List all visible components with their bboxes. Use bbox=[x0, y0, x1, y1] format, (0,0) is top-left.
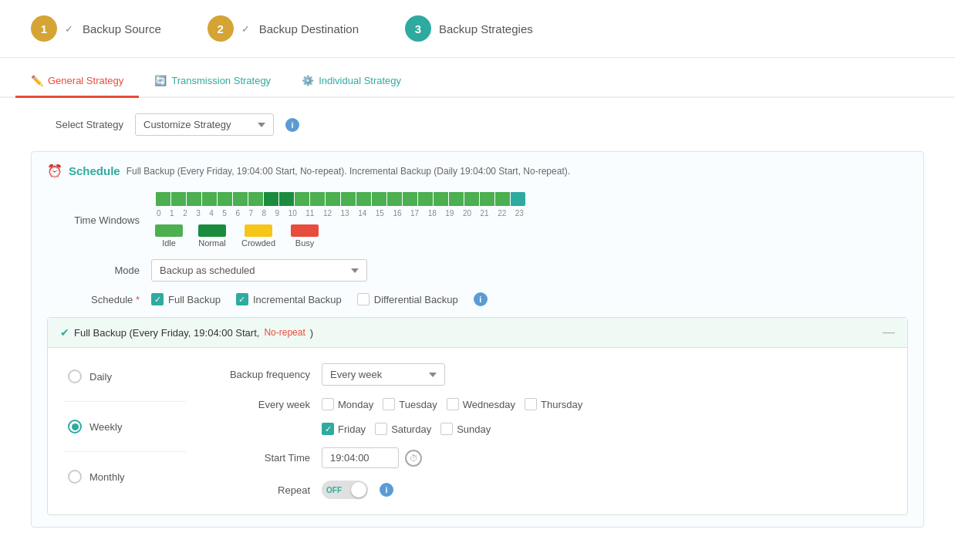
step-label-2: Backup Destination bbox=[259, 22, 359, 35]
schedule-checkboxes-row: Schedule * ✓ Full Backup ✓ Incremental B… bbox=[47, 292, 908, 306]
freq-daily[interactable]: Daily bbox=[63, 363, 187, 390]
legend-item-normal: Normal bbox=[198, 224, 226, 248]
day-checkbox-thursday[interactable] bbox=[525, 398, 537, 410]
day-monday[interactable]: Monday bbox=[322, 398, 373, 410]
check-green-icon: ✔ bbox=[60, 326, 69, 339]
every-week-label: Every week bbox=[210, 399, 310, 410]
strategy-select[interactable]: Customize Strategy Default Strategy bbox=[135, 113, 274, 136]
tabs-bar: ✏️ General Strategy 🔄 Transmission Strat… bbox=[0, 66, 955, 98]
day-checkbox-wednesday[interactable] bbox=[447, 398, 459, 410]
time-windows-row: Time Windows 012345678910111213141516171… bbox=[47, 192, 908, 248]
collapse-icon[interactable]: — bbox=[882, 326, 895, 339]
day-thursday[interactable]: Thursday bbox=[525, 398, 582, 410]
wizard-step-1[interactable]: 1 ✓ Backup Source bbox=[31, 15, 161, 42]
day-friday[interactable]: ✓Friday bbox=[322, 423, 366, 435]
tab-individual[interactable]: ⚙️ Individual Strategy bbox=[286, 66, 417, 98]
toggle-switch[interactable]: OFF bbox=[322, 481, 368, 499]
full-backup-checkbox[interactable]: ✓ bbox=[151, 293, 164, 305]
differential-backup-checkbox[interactable] bbox=[357, 293, 370, 305]
strategy-info-icon[interactable]: i bbox=[285, 118, 299, 132]
strategy-row-label: Select Strategy bbox=[31, 119, 123, 130]
mode-select[interactable]: Backup as scheduled Only backup when idl… bbox=[151, 259, 367, 282]
incremental-backup-checkbox[interactable]: ✓ bbox=[236, 293, 248, 305]
full-backup-section-body: Daily Weekly Monthly bbox=[48, 348, 907, 514]
tab-individual-label: Individual Strategy bbox=[319, 75, 401, 86]
toggle-knob bbox=[351, 482, 366, 498]
full-backup-header-left: ✔ Full Backup (Every Friday, 19:04:00 St… bbox=[60, 326, 313, 339]
tab-general-label: General Strategy bbox=[48, 75, 123, 86]
settings-panel: Backup frequency Every week Every 2 week… bbox=[194, 359, 899, 503]
step-circle-3: 3 bbox=[405, 15, 431, 42]
backup-frequency-select[interactable]: Every week Every 2 weeks Every month bbox=[322, 363, 445, 386]
no-repeat-link[interactable]: No-repeat bbox=[264, 327, 305, 338]
step-label-3: Backup Strategies bbox=[439, 22, 533, 35]
freq-weekly-label: Weekly bbox=[89, 421, 122, 433]
backup-frequency-row: Backup frequency Every week Every 2 week… bbox=[210, 363, 884, 386]
backup-frequency-label: Backup frequency bbox=[210, 369, 310, 380]
day-checkbox-saturday[interactable] bbox=[375, 423, 387, 435]
schedule-title: Schedule bbox=[69, 164, 120, 177]
strategy-row: Select Strategy Customize Strategy Defau… bbox=[31, 113, 924, 136]
wizard-step-2[interactable]: 2 ✓ Backup Destination bbox=[208, 15, 359, 42]
day-label-thursday: Thursday bbox=[541, 399, 582, 410]
legend-item-crowded: Crowded bbox=[241, 224, 275, 248]
day-wednesday[interactable]: Wednesday bbox=[447, 398, 515, 410]
time-windows-chart: 01234567891011121314151617181920212223 I… bbox=[155, 192, 525, 248]
step-label-1: Backup Source bbox=[83, 22, 161, 35]
start-time-row: Start Time ⏱ bbox=[210, 447, 884, 468]
schedule-box: ⏰ Schedule Full Backup (Every Friday, 19… bbox=[31, 151, 924, 528]
radio-weekly[interactable] bbox=[68, 420, 82, 433]
day-saturday[interactable]: Saturday bbox=[375, 423, 431, 435]
schedule-info-icon[interactable]: i bbox=[474, 292, 488, 306]
repeat-row: Repeat OFF i bbox=[210, 481, 884, 499]
start-time-input[interactable] bbox=[322, 447, 399, 468]
step-circle-2: 2 bbox=[208, 15, 234, 42]
radio-daily[interactable] bbox=[68, 369, 82, 383]
time-input-wrap: ⏱ bbox=[322, 447, 422, 468]
differential-backup-checkbox-item[interactable]: Differential Backup bbox=[357, 293, 458, 305]
repeat-info-icon[interactable]: i bbox=[380, 483, 393, 497]
every-week-row2: ✓FridaySaturdaySunday bbox=[210, 423, 884, 435]
time-windows-bar bbox=[155, 192, 525, 206]
time-windows-legend: IdleNormalCrowdedBusy bbox=[155, 224, 525, 248]
frequency-panel: Daily Weekly Monthly bbox=[56, 359, 194, 503]
schedule-header: ⏰ Schedule Full Backup (Every Friday, 19… bbox=[47, 164, 908, 178]
full-backup-label: Full Backup bbox=[168, 294, 221, 305]
full-backup-title-end: ) bbox=[310, 327, 313, 339]
day-checkbox-sunday[interactable] bbox=[440, 423, 453, 435]
day-tuesday[interactable]: Tuesday bbox=[383, 398, 437, 410]
day-checkbox-friday[interactable]: ✓ bbox=[322, 423, 334, 435]
full-backup-checkbox-item[interactable]: ✓ Full Backup bbox=[151, 293, 221, 305]
mode-row: Mode Backup as scheduled Only backup whe… bbox=[47, 259, 908, 282]
day-label-tuesday: Tuesday bbox=[399, 399, 437, 410]
main-content: Select Strategy Customize Strategy Defau… bbox=[0, 98, 955, 543]
tab-transmission[interactable]: 🔄 Transmission Strategy bbox=[139, 66, 286, 98]
freq-monthly-label: Monthly bbox=[89, 471, 125, 483]
incremental-backup-checkbox-item[interactable]: ✓ Incremental Backup bbox=[236, 293, 342, 305]
schedule-checkboxes-label: Schedule * bbox=[47, 294, 140, 305]
tab-general[interactable]: ✏️ General Strategy bbox=[15, 66, 139, 98]
day-sunday[interactable]: Sunday bbox=[440, 423, 491, 435]
day-label-wednesday: Wednesday bbox=[463, 399, 515, 410]
legend-item-idle: Idle bbox=[155, 224, 183, 248]
wizard-header: 1 ✓ Backup Source 2 ✓ Backup Destination… bbox=[0, 0, 955, 58]
every-week-row: Every week MondayTuesdayWednesdayThursda… bbox=[210, 398, 884, 410]
freq-monthly[interactable]: Monthly bbox=[63, 464, 187, 490]
full-backup-title: Full Backup (Every Friday, 19:04:00 Star… bbox=[74, 327, 259, 339]
day-label-saturday: Saturday bbox=[391, 423, 431, 435]
freq-daily-label: Daily bbox=[89, 371, 112, 383]
repeat-toggle[interactable]: OFF bbox=[322, 481, 368, 499]
full-backup-section: ✔ Full Backup (Every Friday, 19:04:00 St… bbox=[47, 317, 908, 515]
radio-monthly[interactable] bbox=[68, 470, 82, 484]
time-windows-label: Time Windows bbox=[47, 214, 140, 226]
incremental-backup-label: Incremental Backup bbox=[253, 294, 342, 305]
day-checkbox-tuesday[interactable] bbox=[383, 398, 395, 410]
gear-icon: ⚙️ bbox=[302, 75, 314, 86]
days-grid: MondayTuesdayWednesdayThursday bbox=[322, 398, 582, 410]
wizard-step-3[interactable]: 3 Backup Strategies bbox=[405, 15, 533, 42]
start-time-label: Start Time bbox=[210, 452, 310, 464]
full-backup-section-header: ✔ Full Backup (Every Friday, 19:04:00 St… bbox=[48, 318, 907, 348]
time-clock-icon[interactable]: ⏱ bbox=[405, 450, 422, 467]
freq-weekly[interactable]: Weekly bbox=[63, 413, 187, 440]
day-checkbox-monday[interactable] bbox=[322, 398, 334, 410]
